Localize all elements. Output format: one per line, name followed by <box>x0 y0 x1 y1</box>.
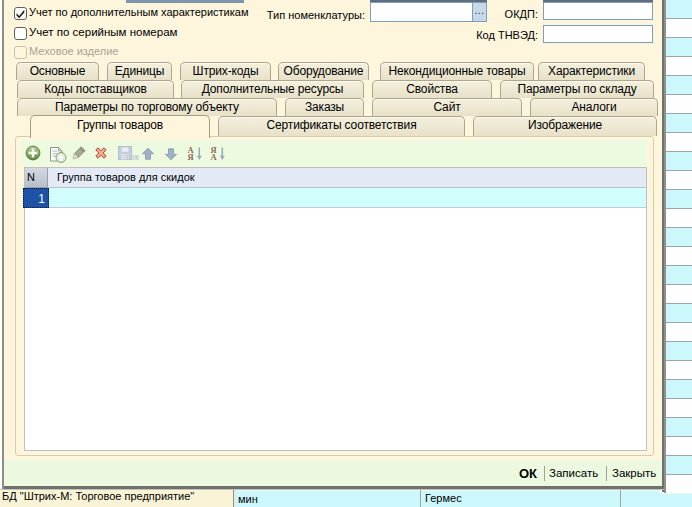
svg-text:ток: ток <box>126 152 140 162</box>
svg-text:Я: Я <box>188 152 194 162</box>
svg-text:А: А <box>211 152 218 162</box>
